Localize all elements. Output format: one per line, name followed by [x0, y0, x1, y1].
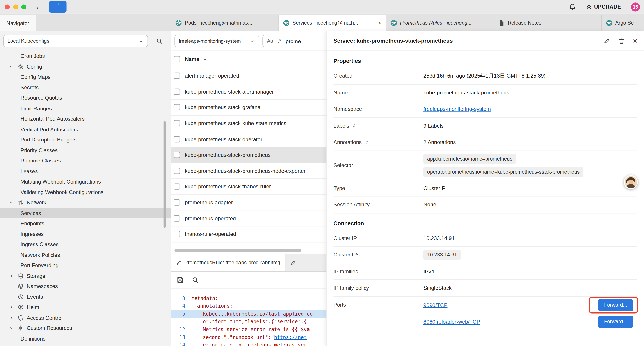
back-button[interactable]: ←: [35, 3, 42, 10]
notification-count-badge[interactable]: 15: [631, 2, 640, 11]
sidebar-item-horizontal-pod-autoscalers[interactable]: Horizontal Pod Autoscalers: [0, 114, 171, 124]
table-row-kube-prometheus-stack-kube-state-metrics[interactable]: kube-prometheus-stack-kube-state-metrics: [171, 116, 326, 131]
sidebar-item-secrets[interactable]: Secrets: [0, 82, 171, 93]
sidebar-item-mutating-webhook-configurations[interactable]: Mutating Webhook Configurations: [0, 177, 171, 187]
editor-line[interactable]: 12Metrics service error rate is {{ $va: [171, 326, 326, 334]
sidebar-item-port-forwarding[interactable]: Port Forwarding: [0, 260, 171, 271]
forward-button[interactable]: →: [49, 1, 66, 13]
tab-argo-se[interactable]: Argo Se: [602, 15, 644, 31]
yaml-editor[interactable]: 3metadata:4annotations:5kubectl.kubernet…: [171, 289, 326, 346]
kubeconfig-selector[interactable]: Local Kubeconfigs: [3, 35, 148, 47]
sidebar-item-events[interactable]: Events: [0, 292, 171, 302]
regex-toggle[interactable]: .*: [278, 38, 281, 44]
field-label[interactable]: Annotations: [334, 139, 423, 145]
tab-prometheus-rules-icecheng[interactable]: Prometheus Rules - icecheng...: [386, 15, 494, 31]
row-checkbox[interactable]: [174, 152, 180, 158]
sidebar-item-endpoints[interactable]: Endpoints: [0, 218, 171, 229]
field-label[interactable]: Labels: [334, 123, 423, 129]
table-row-thanos-ruler-operated[interactable]: thanos-ruler-operated: [171, 226, 326, 242]
editor-search-icon[interactable]: [192, 277, 199, 284]
sidebar-item-network[interactable]: Network: [0, 197, 171, 208]
sidebar-item-validating-webhook-configurations[interactable]: Validating Webhook Configurations: [0, 187, 171, 197]
sidebar-item-pod-disruption-budgets[interactable]: Pod Disruption Budgets: [0, 135, 171, 145]
table-row-kube-prometheus-stack-alertmanager[interactable]: kube-prometheus-stack-alertmanager: [171, 84, 326, 100]
port-link[interactable]: 9090/TCP: [424, 302, 448, 308]
table-row-prometheus-operated[interactable]: prometheus-operated: [171, 211, 326, 226]
editor-line[interactable]: o","for":"1m","labels":{"service":{: [171, 318, 326, 326]
assistant-avatar[interactable]: [624, 175, 638, 189]
row-checkbox[interactable]: [174, 120, 180, 126]
table-row-kube-prometheus-stack-grafana[interactable]: kube-prometheus-stack-grafana: [171, 100, 326, 116]
editor-tab-prometheusrule[interactable]: PrometheusRule: freeleaps-prod-rabbitmq: [171, 254, 286, 271]
sidebar-search-icon[interactable]: [156, 38, 163, 44]
sidebar-item-storage[interactable]: Storage: [0, 271, 171, 281]
forward-button[interactable]: Forward...: [598, 316, 634, 328]
table-row-kube-prometheus-stack-prometheus-node-exporter[interactable]: kube-prometheus-stack-prometheus-node-ex…: [171, 163, 326, 179]
port-link[interactable]: 8080:reloader-web/TCP: [424, 319, 480, 325]
namespace-filter[interactable]: freeleaps-monitoring-system: [174, 35, 259, 47]
row-checkbox[interactable]: [174, 104, 180, 111]
row-checkbox[interactable]: [174, 184, 180, 190]
sidebar-item-definitions[interactable]: Definitions: [0, 333, 171, 344]
sidebar-item-helm[interactable]: Helm: [0, 302, 171, 313]
sidebar-item-config[interactable]: Config: [0, 61, 171, 72]
row-checkbox[interactable]: [174, 73, 180, 79]
sidebar-item-limit-ranges[interactable]: Limit Ranges: [0, 103, 171, 114]
row-checkbox[interactable]: [174, 136, 180, 142]
sidebar-item-priority-classes[interactable]: Priority Classes: [0, 145, 171, 155]
sidebar-item-network-policies[interactable]: Network Policies: [0, 250, 171, 260]
row-checkbox[interactable]: [174, 200, 180, 206]
match-case-toggle[interactable]: Aa: [267, 38, 273, 44]
horizontal-scrollbar[interactable]: [171, 249, 326, 253]
table-row-kube-prometheus-stack-thanos-ruler[interactable]: kube-prometheus-stack-thanos-ruler: [171, 179, 326, 195]
edit-icon[interactable]: [603, 37, 610, 44]
tab-services-icecheng-math[interactable]: Services - icecheng@math...×: [279, 15, 386, 31]
save-icon[interactable]: [177, 277, 184, 284]
namespace-link[interactable]: freeleaps-monitoring-system: [424, 106, 491, 112]
sidebar-item-ingress-classes[interactable]: Ingress Classes: [0, 239, 171, 250]
select-all-checkbox[interactable]: [174, 56, 180, 62]
editor-line[interactable]: 4annotations:: [171, 303, 326, 310]
service-name: kube-prometheus-stack-kube-state-metrics: [185, 120, 286, 126]
sidebar-item-custom-resources[interactable]: Custom Resources: [0, 323, 171, 334]
sidebar-item-access-control[interactable]: Access Control: [0, 313, 171, 323]
table-row-kube-prometheus-stack-operator[interactable]: kube-prometheus-stack-operator: [171, 131, 326, 147]
scrollbar-thumb[interactable]: [174, 249, 301, 252]
close-window-button[interactable]: [5, 4, 10, 9]
row-checkbox[interactable]: [174, 89, 180, 95]
upgrade-button[interactable]: UPGRADE: [586, 4, 621, 10]
editor-line[interactable]: 5kubectl.kubernetes.io/last-applied-co: [171, 310, 326, 318]
table-row-prometheus-adapter[interactable]: prometheus-adapter: [171, 195, 326, 211]
sidebar-item-namespaces[interactable]: Namespaces: [0, 281, 171, 292]
table-row-alertmanager-operated[interactable]: alertmanager-operated: [171, 68, 326, 84]
row-checkbox[interactable]: [174, 168, 180, 174]
row-checkbox[interactable]: [174, 231, 180, 237]
row-checkbox[interactable]: [174, 215, 180, 221]
navigator-panel-tab[interactable]: Navigator: [0, 15, 36, 31]
sidebar-item-resource-quotas[interactable]: Resource Quotas: [0, 93, 171, 103]
close-detail-icon[interactable]: ×: [633, 37, 638, 45]
resource-search-input[interactable]: Aa .* prome: [262, 35, 326, 47]
tab-release-notes[interactable]: Release Notes: [494, 15, 602, 31]
sidebar-item-vertical-pod-autoscalers[interactable]: Vertical Pod Autoscalers: [0, 124, 171, 135]
tab-pods-icecheng-mathmas[interactable]: Pods - icecheng@mathmas...: [171, 15, 279, 31]
editor-line[interactable]: 3metadata:: [171, 295, 326, 303]
notifications-bell-icon[interactable]: [569, 3, 576, 10]
zoom-window-button[interactable]: [21, 4, 26, 9]
close-tab-icon[interactable]: ×: [378, 20, 382, 26]
delete-icon[interactable]: [618, 37, 625, 44]
minimize-window-button[interactable]: [13, 4, 18, 9]
editor-line[interactable]: 13second.","runbook_url":"https://net: [171, 334, 326, 342]
sidebar-item-config-maps[interactable]: Config Maps: [0, 72, 171, 82]
editor-line[interactable]: 14error rate in freeleaps metrics ser: [171, 342, 326, 346]
sidebar-item-ingresses[interactable]: Ingresses: [0, 229, 171, 239]
sidebar-item-services[interactable]: Services: [0, 208, 171, 218]
sidebar-item-cron-jobs[interactable]: Cron Jobs: [0, 51, 171, 61]
forward-button[interactable]: Forward...: [598, 299, 634, 311]
sidebar-scrollbar[interactable]: [164, 121, 166, 228]
table-row-kube-prometheus-stack-prometheus[interactable]: kube-prometheus-stack-prometheus: [171, 147, 326, 163]
name-column-header[interactable]: Name: [185, 56, 199, 62]
sidebar-item-leases[interactable]: Leases: [0, 166, 171, 177]
sidebar-item-runtime-classes[interactable]: Runtime Classes: [0, 155, 171, 166]
editor-tab-next[interactable]: [286, 254, 301, 271]
